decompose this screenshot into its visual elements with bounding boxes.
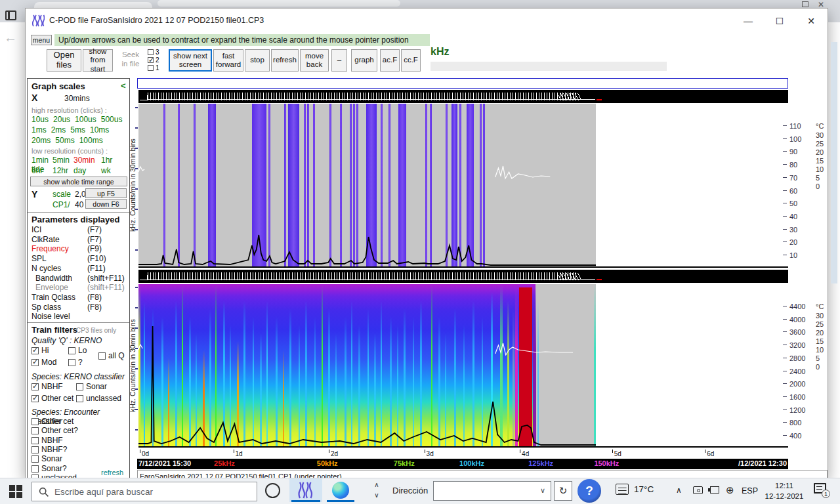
encounter-checkbox[interactable] — [32, 418, 39, 425]
browser-sidebar-icon[interactable] — [5, 10, 16, 20]
taskbar-search[interactable]: Escribe aquí para buscar — [32, 482, 257, 501]
quality-mod[interactable]: Mod — [32, 358, 56, 367]
chevron-down-icon[interactable]: ∨ — [371, 490, 382, 501]
encounter-NBHF[interactable]: NBHF? — [32, 445, 67, 454]
time-scale-link-5ms[interactable]: 5ms — [70, 125, 85, 135]
show-next-screen-button[interactable]: show next screen — [169, 49, 212, 72]
encounter-checkbox[interactable] — [32, 437, 39, 444]
language-indicator[interactable]: ESP — [742, 486, 758, 495]
time-scale-link-30min[interactable]: 30min — [74, 156, 101, 165]
time-scale-link-10us[interactable]: 10us — [32, 115, 49, 124]
othercet-checkbox[interactable] — [32, 395, 39, 402]
minus-button[interactable]: – — [331, 49, 347, 72]
parameter-bandwidth[interactable]: Bandwidth(shift+F11) — [32, 274, 127, 283]
show-whole-range-button[interactable]: show whole time range — [30, 177, 127, 186]
parameter-spl[interactable]: SPL(F10) — [32, 254, 127, 263]
scale-up-button[interactable]: up F5 — [85, 188, 127, 198]
encounter-Sonar[interactable]: Sonar — [32, 454, 62, 463]
show-from-start-button[interactable]: show from start — [83, 49, 113, 72]
sonar-checkbox[interactable] — [76, 383, 83, 390]
time-scale-link-day[interactable]: day — [74, 166, 101, 175]
minimize-button[interactable]: — — [738, 14, 758, 28]
overview-strip[interactable] — [137, 78, 788, 89]
refresh-link[interactable]: refresh — [101, 469, 123, 476]
kerno-nbhf[interactable]: NBHF — [32, 382, 63, 391]
move-back-button[interactable]: move back — [300, 49, 329, 72]
click-rate-chart[interactable] — [138, 104, 596, 266]
time-scale-link-wk[interactable]: wk — [101, 166, 123, 175]
tray-device-icon[interactable] — [693, 486, 703, 494]
encounter-Othercet[interactable]: Other cet? — [32, 426, 78, 435]
kerno-unclassed[interactable]: unclassed — [76, 394, 121, 403]
scrollbar-strip[interactable] — [831, 42, 837, 284]
time-scale-link-2ms[interactable]: 2ms — [51, 125, 66, 135]
time-scale-link-20ms[interactable]: 20ms — [32, 136, 51, 145]
scale-down-button[interactable]: down F6 — [85, 199, 127, 209]
encounter-checkbox[interactable] — [32, 455, 39, 463]
help-question-icon[interactable]: ? — [578, 479, 601, 503]
kerno-sonar[interactable]: Sonar — [76, 382, 107, 391]
channel-checkbox-1[interactable] — [148, 65, 154, 71]
parameter-frequency[interactable]: Frequency(F9) — [32, 244, 127, 253]
allq-checkbox[interactable] — [98, 352, 106, 360]
fast-forward-button[interactable]: fast forward — [213, 49, 243, 72]
encounter-checkbox[interactable] — [32, 465, 39, 472]
browser-back-icon[interactable]: ← — [4, 30, 17, 45]
quality-allq[interactable]: all Q — [98, 351, 125, 360]
stop-button[interactable]: stop — [245, 49, 270, 72]
time-scale-link-10ms[interactable]: 10ms — [90, 125, 109, 135]
close-button[interactable]: ✕ — [801, 14, 821, 28]
address-combobox[interactable]: ∨ — [433, 481, 551, 501]
q-checkbox[interactable] — [68, 359, 75, 366]
chevron-up-icon[interactable]: ∧ — [371, 480, 382, 490]
encounter-checkbox[interactable] — [32, 427, 39, 434]
parameter-noise-level[interactable]: Noise level — [32, 312, 127, 321]
time-scale-link-1hr[interactable]: 1hr — [101, 156, 123, 165]
address-refresh-button[interactable]: ↻ — [554, 481, 572, 501]
time-scale-link-1min[interactable]: 1min — [32, 156, 52, 165]
parameter-n-cycles[interactable]: N cycles(F11) — [32, 264, 127, 273]
encounter-Sonar[interactable]: Sonar? — [32, 464, 67, 473]
taskbar-cpod-app[interactable] — [289, 478, 322, 502]
weather-widget[interactable]: 17°C — [616, 484, 654, 495]
nbhf-checkbox[interactable] — [32, 383, 39, 390]
lo-checkbox[interactable] — [68, 347, 75, 354]
quality-q[interactable]: ? — [68, 358, 83, 367]
time-ruler-1[interactable] — [138, 90, 788, 103]
time-scale-link-12hr[interactable]: 12hr — [52, 166, 74, 175]
start-button[interactable] — [9, 485, 22, 498]
parameter-clkrate[interactable]: ClkRate(F7) — [32, 235, 127, 244]
scroll-chevrons[interactable]: ∧ ∨ — [371, 480, 382, 501]
open-files-button[interactable]: Open files — [47, 49, 81, 72]
refresh-button[interactable]: refresh — [271, 49, 299, 72]
time-scale-link-6hr[interactable]: 6hr — [32, 166, 52, 175]
cortana-icon[interactable] — [265, 483, 280, 498]
parameter-train-qclass[interactable]: Train Qclass(F8) — [32, 293, 127, 302]
parameter-sp-class[interactable]: Sp class(F8) — [32, 303, 127, 312]
menu-button[interactable]: menu — [31, 35, 52, 45]
collapse-arrow[interactable]: < — [121, 81, 126, 91]
tray-power-icon[interactable] — [710, 486, 719, 494]
quality-hi[interactable]: Hi — [32, 346, 49, 355]
time-scale-link-50ms[interactable]: 50ms — [55, 136, 74, 145]
quality-lo[interactable]: Lo — [68, 346, 87, 355]
clock[interactable]: 12:11 12-12-2021 — [760, 480, 808, 501]
graph-button[interactable]: graph — [351, 49, 377, 72]
time-scale-link-500us[interactable]: 500us — [101, 115, 123, 124]
time-scale-link-5min[interactable]: 5min — [52, 156, 74, 165]
time-scale-link-100ms[interactable]: 100ms — [79, 136, 103, 145]
channel-checkbox-3[interactable] — [148, 49, 154, 55]
encounter-checkbox[interactable] — [32, 446, 39, 453]
hi-checkbox[interactable] — [32, 347, 39, 354]
browser-maximize-icon[interactable] — [802, 1, 808, 7]
tray-network-icon[interactable]: ⊕ — [726, 484, 734, 496]
time-scale-link-20us[interactable]: 20us — [53, 115, 70, 124]
tray-expand-icon[interactable]: ∧ — [676, 486, 682, 495]
time-scale-link-1ms[interactable]: 1ms — [32, 125, 47, 135]
encounter-NBHF[interactable]: NBHF — [32, 436, 63, 445]
parameter-ici[interactable]: ICI(F7) — [32, 225, 127, 234]
ccf-button[interactable]: cc.F — [401, 49, 421, 72]
kerno-othercet[interactable]: Other cet — [32, 394, 74, 403]
frequency-spectrogram-chart[interactable] — [138, 284, 596, 448]
encounter-Othercet[interactable]: Other cet — [32, 417, 74, 426]
